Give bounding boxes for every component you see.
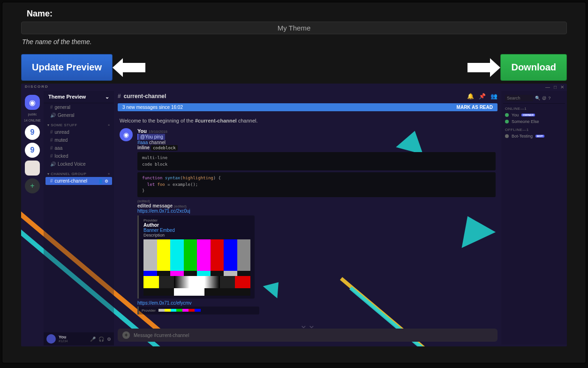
- chat-main: #current-channel 🔔 📌 👥 3 new messages si…: [114, 91, 501, 345]
- guild-server-3[interactable]: [25, 161, 40, 176]
- channel-aaa[interactable]: #aaa: [44, 144, 114, 152]
- members-online-header: ONLINE—1: [503, 104, 565, 112]
- message-row: ◉ You15/10/2018 @You ping #aaa channel i…: [114, 126, 501, 317]
- embed-card-2: Provider: [137, 307, 259, 314]
- bell-icon[interactable]: 🔔: [467, 93, 474, 100]
- guild-server-2[interactable]: 9: [25, 143, 40, 158]
- members-icon[interactable]: 👥: [490, 93, 498, 100]
- theme-preview: DISCORD —□✕ ◉ public 14 ONLINE 9 9 + The…: [21, 84, 567, 346]
- welcome-text: Welcome to the beginning of the #current…: [114, 113, 501, 126]
- arrow-left-icon: [113, 58, 145, 77]
- channel-general-text[interactable]: #general: [44, 103, 114, 111]
- arrow-right-icon: [467, 58, 500, 77]
- message-link-2[interactable]: https://em.0x71.cc/efycmv: [137, 300, 496, 306]
- channel-current-selected[interactable]: #current-channel👤 ⚙: [45, 177, 112, 185]
- channel-locked[interactable]: #locked: [44, 152, 114, 160]
- attach-icon[interactable]: +: [122, 331, 130, 339]
- message-avatar-icon[interactable]: ◉: [120, 128, 133, 141]
- pin-icon[interactable]: 📌: [479, 93, 486, 100]
- chevron-down-icon: ⌄: [105, 94, 109, 100]
- category-some-stuff[interactable]: ▾ SOME STUFF+: [44, 119, 114, 128]
- guild-list: ◉ public 14 ONLINE 9 9 +: [21, 91, 44, 345]
- message-input[interactable]: + Message #current-channel: [118, 329, 498, 342]
- channel-locked-voice[interactable]: 🔊Locked Voice: [44, 160, 114, 168]
- server-header[interactable]: Theme Preview⌄: [44, 91, 114, 103]
- member-you[interactable]: YouOWNER: [503, 112, 565, 118]
- update-preview-button[interactable]: Update Preview: [21, 54, 113, 81]
- channel-muted[interactable]: #muted: [44, 136, 114, 144]
- theme-name-input[interactable]: [21, 22, 567, 34]
- discord-wordmark: DISCORD: [25, 84, 49, 89]
- guild-public-label: public: [23, 113, 42, 116]
- member-someone[interactable]: Someone Else: [503, 118, 565, 125]
- guild-server-1[interactable]: 9: [25, 125, 40, 140]
- channel-unread[interactable]: #unread: [44, 128, 114, 136]
- channel-sidebar: Theme Preview⌄ #general 🔊General ▾ SOME …: [44, 91, 114, 345]
- guild-online-count: 14 ONLINE: [23, 119, 42, 122]
- code-block-plain: multi-line code block: [137, 152, 496, 170]
- name-label: Name:: [27, 9, 567, 19]
- edited-tag-small: (edited): [137, 199, 496, 203]
- scroll-down-chevron-icon[interactable]: ⌄⌄: [300, 319, 316, 330]
- code-block-syntax: function syntax(highlighting) { let foo …: [137, 172, 496, 197]
- download-button[interactable]: Download: [500, 54, 567, 81]
- member-bot[interactable]: Bot-TestingBOT: [503, 133, 565, 139]
- search-input[interactable]: [505, 95, 533, 101]
- test-pattern-image: [143, 239, 250, 296]
- inbox-icon[interactable]: @: [542, 96, 546, 100]
- channel-header: #current-channel 🔔 📌 👥: [114, 91, 501, 101]
- embed-card: Provider Author Banner Embed Description: [137, 215, 255, 299]
- members-offline-header: OFFLINE—1: [503, 125, 565, 133]
- search-icon[interactable]: 🔍: [535, 96, 540, 100]
- window-controls: —□✕: [543, 84, 567, 91]
- channel-general-voice[interactable]: 🔊General: [44, 111, 114, 119]
- message-link-1[interactable]: https://em.0x71.cc/2xc0uj: [137, 208, 496, 214]
- new-messages-banner[interactable]: 3 new messages since 16:02 MARK AS READ: [118, 103, 498, 111]
- help-icon[interactable]: ?: [548, 96, 550, 100]
- category-channel-group[interactable]: ▾ CHANNEL GROUP+: [44, 168, 114, 177]
- members-sidebar: 🔍 @ ? ONLINE—1 YouOWNER Someone Else OFF…: [501, 91, 567, 345]
- name-hint: The name of the theme.: [22, 38, 567, 46]
- guild-home-icon[interactable]: ◉: [25, 95, 40, 110]
- guild-add-server[interactable]: +: [25, 178, 40, 193]
